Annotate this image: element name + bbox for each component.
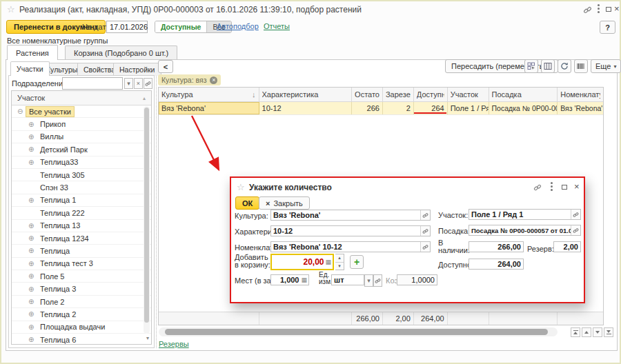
column-header-available[interactable]: Доступно [414, 88, 448, 101]
calculator-icon[interactable]: ▦ [325, 259, 333, 265]
open-link-icon[interactable] [571, 225, 580, 235]
characteristic-field[interactable]: 10-12 [270, 225, 431, 236]
tab-cart[interactable]: Корзина (Подобрано 0 шт.) [65, 46, 177, 59]
expand-icon[interactable]: ⊕ [28, 222, 37, 230]
dialog-maximize-icon[interactable] [562, 185, 567, 190]
department-input[interactable] [62, 77, 123, 90]
unit-select[interactable]: шт [331, 274, 364, 285]
nomenclature-field[interactable]: Вяз 'Rebona' 10-12 [270, 241, 431, 252]
expand-icon[interactable]: ⊕ [28, 310, 37, 318]
places-input[interactable]: 1,000 ▦ [270, 274, 309, 285]
tree-item[interactable]: ⊕Теплица 1 [12, 194, 151, 207]
more-button[interactable]: Еще ▾ [591, 59, 621, 73]
tree-item[interactable]: ⊕Поле 5 [12, 270, 151, 283]
scroll-bottom-button[interactable] [604, 327, 613, 337]
expand-icon[interactable]: ⊕ [28, 323, 37, 331]
maximize-icon[interactable] [606, 7, 611, 12]
tree-item[interactable]: ⊕Поле 2 [12, 296, 151, 308]
tree-column-header[interactable]: Участок ▴ [12, 91, 151, 105]
column-header-stock[interactable]: Остаток [352, 88, 383, 101]
tree-item[interactable]: ⊕Виллы [12, 131, 151, 143]
favorite-star-icon[interactable]: ☆ [7, 4, 15, 14]
tree-item[interactable]: Теплица 305 [12, 169, 151, 181]
tree-scroll-down-icon[interactable]: ▾ [146, 335, 149, 341]
expand-icon[interactable]: ⊕ [28, 247, 37, 254]
tree-item[interactable]: ⊕Детский Парк [12, 143, 151, 156]
unit-dropdown-icon[interactable]: ▾ [364, 274, 373, 287]
expand-icon[interactable]: ⊕ [28, 159, 37, 166]
date-input[interactable]: 17.01.2026 [106, 21, 148, 33]
calculator-icon[interactable]: ▦ [301, 276, 308, 283]
department-dropdown-icon[interactable]: ▾ [124, 78, 133, 89]
dialog-more-menu-icon[interactable] [551, 185, 553, 188]
expand-icon[interactable]: ⊕ [28, 298, 37, 305]
tree-scrollbar[interactable] [144, 106, 150, 334]
cell-planting[interactable]: Посадка № 0Р00-00005... [489, 102, 558, 114]
culture-field[interactable]: Вяз 'Rebona' [270, 210, 431, 221]
help-button[interactable]: ? [600, 21, 615, 34]
expand-icon[interactable]: ⊕ [28, 121, 37, 128]
quantity-input[interactable]: 20,00 ▦ [270, 254, 334, 270]
expand-icon[interactable]: ⊕ [28, 133, 37, 141]
department-clear-icon[interactable]: × [134, 78, 143, 89]
columns-settings-button[interactable] [541, 59, 555, 73]
link-icon[interactable] [583, 6, 592, 16]
dialog-close-button[interactable]: × Закрыть [259, 196, 310, 210]
expand-icon[interactable]: ⊕ [28, 196, 37, 204]
reports-link[interactable]: Отчеты [264, 22, 290, 30]
tab-plants[interactable]: Растения [7, 45, 58, 60]
tree-item[interactable]: ⊕Теплица 13 [12, 220, 151, 232]
cell-nomenclature[interactable]: Вяз 'Rebona' 10-12 [558, 102, 603, 114]
column-header-nomenclature[interactable]: Номенклатура [558, 88, 603, 101]
column-header-plot[interactable]: Участок [448, 88, 489, 101]
reserves-link[interactable]: Резервы [159, 340, 189, 348]
toggle-available[interactable]: Доступные [155, 21, 206, 32]
collapse-icon[interactable]: ⊖ [17, 108, 26, 115]
scroll-down-button[interactable] [593, 327, 602, 337]
panel-splitter[interactable] [156, 74, 157, 348]
dialog-favorite-star-icon[interactable]: ☆ [237, 182, 245, 192]
back-button[interactable]: < [158, 60, 173, 73]
remove-filter-icon[interactable]: × [210, 77, 217, 84]
tree-item[interactable]: ⊕Прикоп [12, 118, 151, 130]
open-link-icon[interactable] [571, 210, 580, 219]
show-on-map-button[interactable] [524, 59, 538, 73]
ok-button[interactable]: ОК [235, 196, 259, 210]
tree-scrollbar-thumb[interactable] [144, 108, 149, 323]
expand-icon[interactable]: ⊕ [28, 145, 37, 153]
tree-item[interactable]: ⊖Все участки [12, 105, 151, 118]
dialog-link-icon[interactable] [533, 183, 542, 193]
tree-item[interactable]: ⊕Теплица тест 3 [12, 258, 151, 270]
tree-item[interactable]: ⊕Теплица 1234 [12, 232, 151, 245]
cell-reserved[interactable]: 2 [383, 102, 414, 114]
department-open-icon[interactable] [144, 78, 152, 89]
refresh-button[interactable] [558, 59, 571, 73]
filter-chip-culture[interactable]: Культура: вяз × [158, 74, 221, 85]
tree-item[interactable]: ⊕Теплица 3 [12, 283, 151, 295]
autoselect-link[interactable]: Автоподбор [217, 22, 259, 30]
planting-field[interactable]: Посадка № 0Р00-000057 от 01.01.2024 [469, 225, 581, 236]
open-link-icon[interactable] [420, 210, 430, 220]
column-header-characteristic[interactable]: Характеристика [259, 88, 353, 101]
tree-item[interactable]: ⊕Теплица33 [12, 156, 151, 169]
barcode-button[interactable] [574, 59, 588, 73]
cell-characteristic[interactable]: 10-12 [259, 102, 353, 114]
column-header-reserved[interactable]: Зарезер... [383, 88, 414, 101]
dialog-close-icon[interactable]: × [574, 181, 580, 192]
open-link-icon[interactable] [420, 242, 430, 252]
more-menu-icon[interactable] [598, 8, 600, 10]
tree-item[interactable]: ⊕Площадка выдачи [12, 321, 151, 334]
column-header-planting[interactable]: Посадка [489, 88, 558, 101]
close-icon[interactable]: × [614, 3, 620, 14]
column-header-culture[interactable]: Культура ↓ [159, 88, 259, 101]
cell-plot[interactable]: Поле 1 / Ряд 1 [448, 102, 489, 114]
unit-open-icon[interactable] [373, 274, 382, 287]
quantity-stepper[interactable]: ▴▾ [335, 254, 344, 270]
cell-stock[interactable]: 266 [352, 102, 383, 114]
tree-item[interactable]: Спэн 33 [12, 181, 151, 194]
tree-item[interactable]: ⊕Теплица [12, 245, 151, 257]
add-to-cart-button[interactable]: + [350, 255, 364, 269]
expand-icon[interactable]: ⊕ [28, 260, 37, 267]
expand-icon[interactable]: ⊕ [28, 285, 37, 293]
tree-item[interactable]: ⊕Теплица 6 [12, 334, 151, 345]
